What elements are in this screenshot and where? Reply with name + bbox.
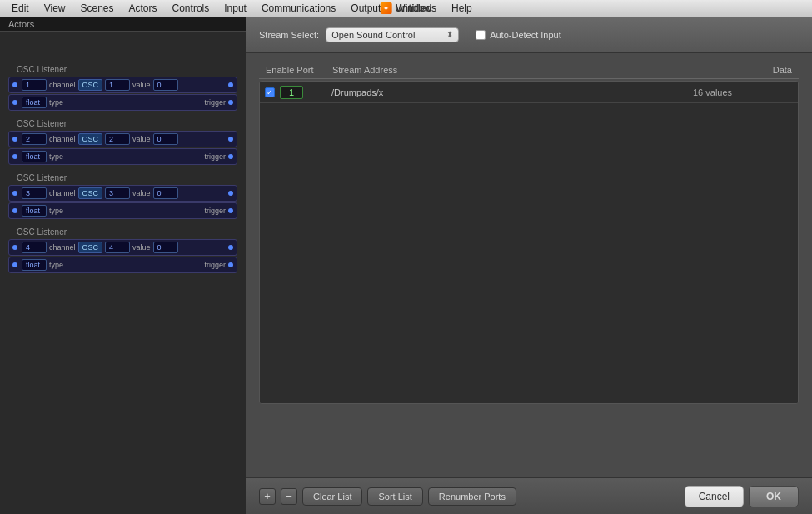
stream-select-dropdown[interactable]: Open Sound Control ⬍ [326,27,459,42]
clear-list-button[interactable]: Clear List [302,487,362,506]
osc-node-1-top-block: 1 channel OSC 1 value 0 [8,77,237,93]
port-dot-right [228,137,233,142]
menu-scenes[interactable]: Scenes [73,0,120,17]
node3-type-label: type [49,207,63,215]
port-dot-right-2 [228,262,233,267]
actors-tab[interactable]: Actors [0,17,246,32]
node2-osc-badge: OSC [78,133,103,145]
node4-channel-label: channel [49,243,76,252]
port-dot-left [12,245,17,250]
node4-value-label: value [132,243,151,252]
osc-node-2-top-block: 2 channel OSC 2 value 0 [8,131,237,147]
port-dot-right [228,82,233,87]
window-title: Untitled [395,2,432,14]
auto-detect-checkbox[interactable] [476,30,486,40]
osc-node-3-bottom-block: float type trigger [8,202,237,219]
port-dot-left [12,82,17,87]
node3-type: float [22,205,47,217]
auto-detect-label: Auto-Detect Input [490,30,561,40]
table-container: Enable Port Stream Address Data ✓ 16 val… [246,53,812,477]
osc-node-4-top-block: 4 channel OSC 4 value 0 [8,239,237,256]
port-dot-right-2 [228,154,233,159]
node2-osc-num: 2 [105,133,130,145]
menu-communications[interactable]: Communications [255,0,342,17]
port-dot-right [228,245,233,250]
row-enabled-checkbox[interactable]: ✓ [265,87,275,97]
osc-node-4-bottom-block: float type trigger [8,257,237,273]
node2-value: 0 [153,133,178,145]
node4-type-label: type [49,261,63,269]
ok-button[interactable]: OK [749,486,799,507]
osc-node-4-label: OSC Listener [8,227,237,237]
menu-help[interactable]: Help [445,0,479,17]
dialog-panel: Stream Select: Open Sound Control ⬍ Auto… [246,17,812,514]
osc-node-1: OSC Listener 1 channel OSC 1 value 0 flo… [8,65,237,111]
node1-osc-badge: OSC [78,79,103,91]
node4-type: float [22,259,47,271]
table-row[interactable]: ✓ 16 values [260,82,798,103]
data-cell: 16 values [693,87,793,97]
chevron-up-down-icon: ⬍ [446,30,453,39]
osc-node-3-label: OSC Listener [8,173,237,182]
address-cell [331,87,693,97]
node4-trigger-label: trigger [204,261,226,269]
node3-osc-badge: OSC [78,187,103,199]
node4-osc-num: 4 [105,242,130,253]
add-row-button[interactable]: + [259,488,276,505]
node1-trigger-label: trigger [204,98,226,107]
renumber-ports-button[interactable]: Renumber Ports [428,487,516,506]
empty-table-area [260,103,798,403]
node4-num: 4 [22,242,47,253]
cancel-button[interactable]: Cancel [685,486,744,507]
dialog-header: Stream Select: Open Sound Control ⬍ Auto… [246,17,812,53]
port-dot-left-2 [12,154,17,159]
col-header-address: Stream Address [332,65,692,75]
row-enable-cell: ✓ [265,86,331,99]
node2-num: 2 [22,133,47,145]
title-bar: ✦ Untitled [380,2,432,14]
menu-view[interactable]: View [37,0,72,17]
node3-value: 0 [153,187,178,199]
menu-input[interactable]: Input [217,0,253,17]
node1-type-label: type [49,98,63,107]
node1-value-label: value [132,81,151,89]
dialog-footer: + − Clear List Sort List Renumber Ports … [246,477,812,514]
node1-num: 1 [22,79,47,91]
osc-node-2: OSC Listener 2 channel OSC 2 value 0 flo… [8,119,237,165]
osc-node-1-bottom-block: float type trigger [8,94,237,111]
node2-value-label: value [132,135,151,143]
port-dot-right [228,191,233,196]
node2-type: float [22,151,47,162]
remove-row-button[interactable]: − [281,488,297,505]
port-dot-left [12,137,17,142]
address-input[interactable] [331,87,693,97]
osc-node-3-top-block: 3 channel OSC 3 value 0 [8,185,237,202]
port-dot-left-2 [12,208,17,213]
port-dot-left [12,191,17,196]
node2-channel-label: channel [49,135,76,143]
osc-node-1-label: OSC Listener [8,65,237,74]
node3-channel-label: channel [49,189,76,197]
table-body: ✓ 16 values [259,81,799,404]
node1-channel-label: channel [49,81,76,89]
node1-type: float [22,97,47,108]
port-input[interactable] [280,86,303,99]
osc-node-3: OSC Listener 3 channel OSC 3 value 0 flo… [8,173,237,219]
node4-osc-badge: OSC [78,242,103,253]
left-panel: Actors OSC Listener 1 channel OSC 1 valu… [0,17,246,514]
actors-tab-label: Actors [8,19,34,29]
stream-select-value: Open Sound Control [331,30,415,40]
osc-node-4: OSC Listener 4 channel OSC 4 value 0 flo… [8,227,237,273]
node3-value-label: value [132,189,151,197]
sort-list-button[interactable]: Sort List [367,487,422,506]
node3-trigger-label: trigger [204,207,226,215]
node3-osc-num: 3 [105,187,130,199]
node1-osc-num: 1 [105,79,130,91]
menu-controls[interactable]: Controls [166,0,217,17]
menu-actors[interactable]: Actors [122,0,164,17]
menu-edit[interactable]: Edit [5,0,36,17]
node2-trigger-label: trigger [204,152,226,161]
osc-node-2-bottom-block: float type trigger [8,148,237,165]
node4-value: 0 [153,242,178,253]
port-dot-left-2 [12,100,17,105]
